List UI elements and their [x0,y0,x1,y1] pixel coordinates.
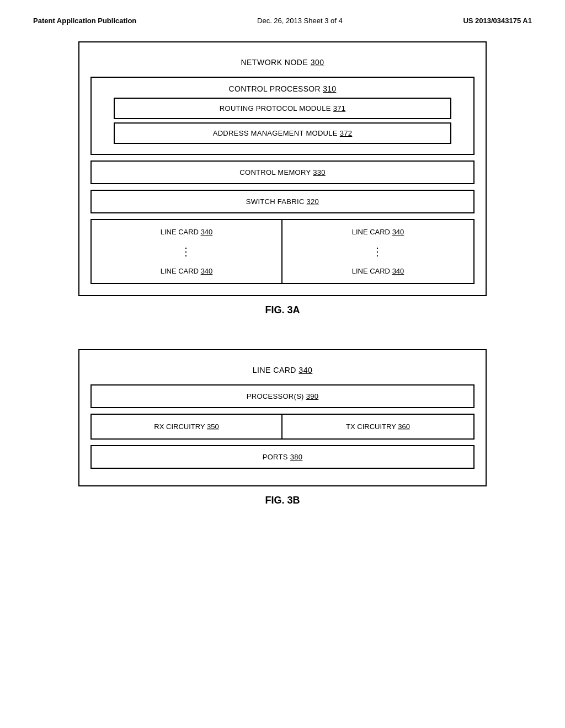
routing-protocol-box: ROUTING PROTOCOL MODULE 371 [114,98,451,119]
rx-circuitry-box: RX CIRCUITRY 350 [90,414,282,440]
control-processor-title: CONTROL PROCESSOR 310 [103,84,462,93]
line-card-top-right: LINE CARD 340 [282,220,473,244]
network-node-box: NETWORK NODE 300 CONTROL PROCESSOR 310 R… [78,41,487,296]
fig3b-label: FIG. 3B [265,495,300,506]
rx-tx-row: RX CIRCUITRY 350 TX CIRCUITRY 360 [90,414,475,440]
control-memory-box: CONTROL MEMORY 330 [90,160,475,184]
fig3a-label: FIG. 3A [265,304,300,316]
address-management-box: ADDRESS MANAGEMENT MODULE 372 [114,122,451,144]
line-card-bottom-left: LINE CARD 340 [92,259,282,283]
ports-box: PORTS 380 [90,445,475,469]
processors-box: PROCESSOR(S) 390 [90,384,475,408]
control-processor-box: CONTROL PROCESSOR 310 ROUTING PROTOCOL M… [90,77,475,155]
line-cards-bottom: LINE CARD 340 LINE CARD 340 [90,259,475,284]
network-node-title: NETWORK NODE 300 [90,53,475,71]
dots-row: ⋮ ⋮ [90,244,475,259]
tx-circuitry-box: TX CIRCUITRY 360 [281,414,475,440]
page-header: Patent Application Publication Dec. 26, … [33,11,532,41]
header-right: US 2013/0343175 A1 [463,17,532,25]
dots-left: ⋮ [92,244,282,259]
fig3a-container: NETWORK NODE 300 CONTROL PROCESSOR 310 R… [33,41,532,333]
line-card-title: LINE CARD 340 [90,361,475,379]
dots-right: ⋮ [282,244,473,259]
fig3b-container: LINE CARD 340 PROCESSOR(S) 390 RX CIRCUI… [33,349,532,523]
switch-fabric-box: SWITCH FABRIC 320 [90,190,475,213]
line-cards-top: LINE CARD 340 LINE CARD 340 [90,219,475,244]
header-center: Dec. 26, 2013 Sheet 3 of 4 [257,17,343,25]
line-card-bottom-right: LINE CARD 340 [282,259,473,283]
header-left: Patent Application Publication [33,17,136,25]
line-card-outer-box: LINE CARD 340 PROCESSOR(S) 390 RX CIRCUI… [78,349,487,486]
line-card-top-left: LINE CARD 340 [92,220,282,244]
